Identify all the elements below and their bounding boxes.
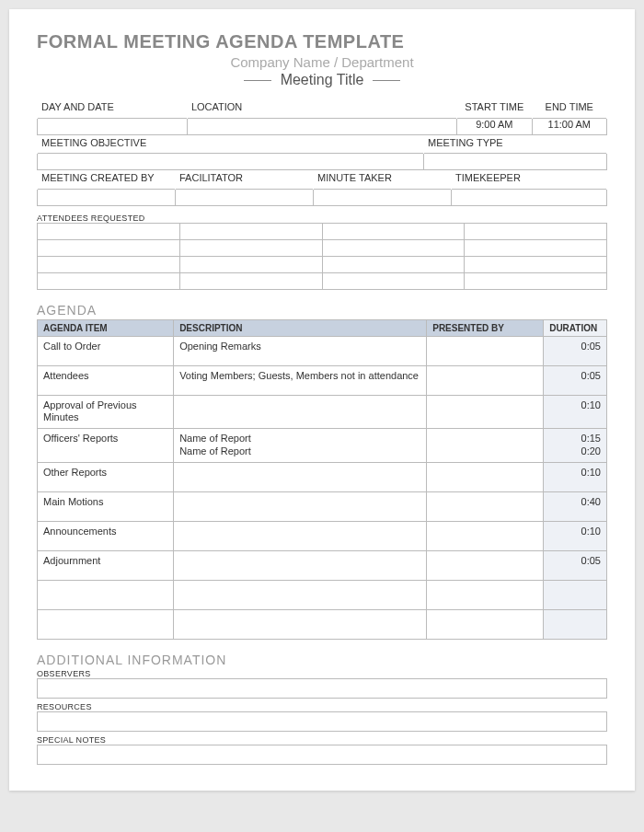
row-objective-type: MEETING OBJECTIVE MEETING TYPE [37, 137, 607, 171]
input-facilitator[interactable] [176, 189, 314, 205]
input-resources[interactable] [37, 711, 607, 732]
attendee-cell[interactable] [38, 272, 180, 289]
agenda-heading: AGENDA [37, 303, 607, 318]
agenda-duration-cell[interactable]: 0:10 [544, 521, 607, 550]
attendee-cell[interactable] [465, 223, 607, 239]
agenda-presented-cell[interactable] [427, 521, 544, 550]
attendee-cell[interactable] [465, 256, 607, 272]
input-start-time[interactable]: 9:00 AM [457, 118, 532, 134]
attendee-cell[interactable] [38, 239, 180, 256]
label-observers: OBSERVERS [37, 669, 607, 678]
attendee-cell[interactable] [465, 272, 607, 289]
agenda-presented-cell[interactable] [427, 395, 544, 429]
attendee-cell[interactable] [179, 256, 322, 272]
attendee-cell[interactable] [322, 223, 465, 239]
table-row: Other Reports0:10 [38, 462, 607, 491]
table-row [38, 609, 607, 639]
agenda-desc-cell[interactable] [174, 462, 427, 491]
agenda-duration-cell[interactable]: 0:05 [544, 336, 607, 365]
agenda-presented-cell[interactable] [427, 580, 544, 609]
agenda-desc-cell[interactable]: Opening Remarks [174, 336, 427, 365]
additional-heading: ADDITIONAL INFORMATION [37, 653, 607, 667]
input-location[interactable] [187, 118, 456, 134]
attendee-cell[interactable] [322, 239, 465, 256]
agenda-item-cell[interactable]: Adjournment [38, 550, 174, 580]
table-row: Announcements0:10 [38, 521, 607, 550]
company-department: Company Name / Department [37, 54, 607, 70]
th-agenda-item: AGENDA ITEM [38, 319, 174, 336]
input-observers[interactable] [37, 678, 607, 699]
agenda-desc-cell[interactable] [174, 395, 427, 429]
table-row: Approval of Previous Minutes0:10 [38, 395, 607, 429]
label-minute-taker: MINUTE TAKER [314, 172, 452, 189]
attendee-cell[interactable] [465, 239, 607, 256]
label-facilitator: FACILITATOR [176, 172, 314, 189]
table-row: Call to OrderOpening Remarks0:05 [38, 336, 607, 365]
input-end-time[interactable]: 11:00 AM [532, 118, 606, 134]
agenda-presented-cell[interactable] [427, 609, 544, 639]
agenda-duration-cell[interactable]: 0:05 [544, 365, 607, 395]
agenda-duration-cell[interactable] [544, 609, 607, 639]
input-type[interactable] [424, 154, 607, 170]
attendee-cell[interactable] [322, 256, 465, 272]
meeting-title: Meeting Title [281, 72, 364, 88]
label-attendees: ATTENDEES REQUESTED [37, 214, 607, 223]
label-day-date: DAY AND DATE [38, 101, 188, 118]
agenda-duration-cell[interactable]: 0:150:20 [544, 429, 607, 463]
label-timekeeper: TIMEKEEPER [452, 172, 607, 189]
agenda-item-cell[interactable]: Call to Order [38, 336, 174, 365]
agenda-duration-cell[interactable]: 0:10 [544, 462, 607, 491]
agenda-presented-cell[interactable] [427, 336, 544, 365]
page: FORMAL MEETING AGENDA TEMPLATE Company N… [9, 9, 635, 791]
label-start-time: START TIME [457, 101, 532, 118]
input-special-notes[interactable] [37, 745, 607, 765]
agenda-presented-cell[interactable] [427, 429, 544, 463]
attendees-grid [37, 223, 607, 290]
agenda-item-cell[interactable]: Main Motions [38, 491, 174, 521]
agenda-item-cell[interactable]: Attendees [38, 365, 174, 395]
agenda-desc-cell[interactable] [174, 580, 427, 609]
agenda-presented-cell[interactable] [427, 462, 544, 491]
agenda-presented-cell[interactable] [427, 491, 544, 521]
agenda-item-cell[interactable]: Other Reports [38, 462, 174, 491]
input-day-date[interactable] [38, 118, 188, 134]
agenda-duration-cell[interactable]: 0:05 [544, 550, 607, 580]
attendee-cell[interactable] [179, 272, 322, 289]
dash-left-icon [244, 80, 271, 81]
input-objective[interactable] [38, 154, 424, 170]
agenda-presented-cell[interactable] [427, 365, 544, 395]
agenda-duration-cell[interactable]: 0:40 [544, 491, 607, 521]
agenda-desc-cell[interactable]: Name of ReportName of Report [174, 429, 427, 463]
attendee-cell[interactable] [322, 272, 465, 289]
agenda-item-cell[interactable] [38, 609, 174, 639]
agenda-desc-cell[interactable] [174, 491, 427, 521]
agenda-item-cell[interactable]: Announcements [38, 521, 174, 550]
agenda-duration-cell[interactable]: 0:10 [544, 395, 607, 429]
attendee-cell[interactable] [179, 223, 322, 239]
agenda-table: AGENDA ITEM DESCRIPTION PRESENTED BY DUR… [37, 319, 607, 640]
resources-field: RESOURCES [37, 702, 607, 732]
label-created-by: MEETING CREATED BY [38, 172, 176, 189]
attendee-cell[interactable] [179, 239, 322, 256]
table-row: Adjournment0:05 [38, 550, 607, 580]
input-minute-taker[interactable] [314, 189, 452, 205]
agenda-presented-cell[interactable] [427, 550, 544, 580]
label-type: MEETING TYPE [424, 137, 607, 154]
agenda-desc-cell[interactable] [174, 609, 427, 639]
agenda-item-cell[interactable] [38, 580, 174, 609]
attendee-cell[interactable] [38, 223, 180, 239]
input-created-by[interactable] [38, 189, 176, 205]
attendee-cell[interactable] [38, 256, 180, 272]
input-timekeeper[interactable] [452, 189, 607, 205]
th-description: DESCRIPTION [174, 319, 427, 336]
agenda-desc-cell[interactable] [174, 521, 427, 550]
agenda-desc-cell[interactable] [174, 550, 427, 580]
agenda-duration-cell[interactable] [544, 580, 607, 609]
agenda-item-cell[interactable]: Officers' Reports [38, 429, 174, 463]
label-end-time: END TIME [532, 101, 606, 118]
row-roles: MEETING CREATED BY FACILITATOR MINUTE TA… [37, 172, 607, 206]
table-row: AttendeesVoting Members; Guests, Members… [38, 365, 607, 395]
agenda-desc-cell[interactable]: Voting Members; Guests, Members not in a… [174, 365, 427, 395]
agenda-item-cell[interactable]: Approval of Previous Minutes [38, 395, 174, 429]
label-special-notes: SPECIAL NOTES [37, 735, 607, 745]
